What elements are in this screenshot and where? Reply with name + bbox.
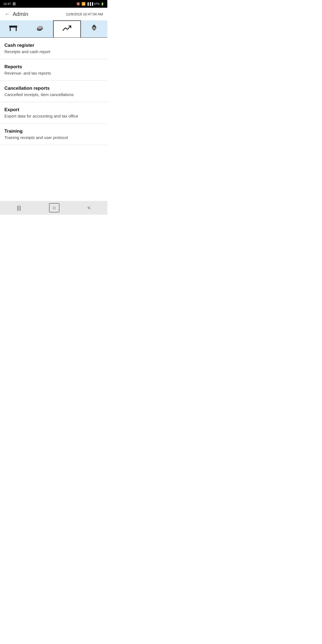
- tab-reports[interactable]: [53, 20, 81, 37]
- signal-icon: ▐▐▐: [87, 2, 93, 6]
- menu-list: Cash registerReceipts and cash reportRep…: [0, 38, 107, 145]
- menu-item-subtitle-cancellation-reports: Cancelled receipts, Item cancellations: [4, 92, 103, 97]
- status-bar: 10:47 🖼 🔇 📶 ▐▐▐ 67% 🔋: [0, 0, 107, 8]
- header-left: ← Admin: [4, 10, 28, 18]
- menu-item-subtitle-training: Training receipts and user protocol: [4, 135, 103, 140]
- menu-item-title-training: Training: [4, 129, 103, 134]
- menu-item-subtitle-cash-register: Receipts and cash report: [4, 49, 103, 54]
- bottom-nav: ||| ○ <: [0, 201, 107, 215]
- menu-item-export[interactable]: ExportExport data for accounting and tax…: [0, 102, 107, 124]
- menu-item-title-export: Export: [4, 107, 103, 113]
- svg-rect-2: [16, 28, 17, 31]
- back-button[interactable]: ←: [4, 10, 10, 18]
- tab-settings[interactable]: [81, 20, 108, 37]
- menu-item-reports[interactable]: ReportsRevenue- and tax reports: [0, 59, 107, 81]
- header-datetime: 12/9/2019 10:47:04 AM: [66, 12, 103, 16]
- svg-rect-3: [9, 26, 17, 26]
- menu-item-subtitle-export: Export data for accounting and tax offic…: [4, 114, 103, 118]
- status-image-icon: 🖼: [13, 2, 16, 6]
- wifi-icon: 📶: [81, 2, 86, 6]
- svg-point-11: [38, 26, 43, 28]
- nav-back-button[interactable]: <: [82, 203, 96, 213]
- svg-point-15: [94, 27, 95, 29]
- tab-bar: [0, 20, 107, 38]
- nav-menu-button[interactable]: |||: [11, 203, 27, 213]
- header: ← Admin 12/9/2019 10:47:04 AM: [0, 8, 107, 20]
- status-time: 10:47: [3, 2, 11, 6]
- menu-item-title-reports: Reports: [4, 64, 103, 70]
- battery-level: 67%: [94, 2, 100, 6]
- status-bar-right: 🔇 📶 ▐▐▐ 67% 🔋: [76, 2, 104, 6]
- nav-home-button[interactable]: ○: [49, 203, 59, 212]
- menu-item-cash-register[interactable]: Cash registerReceipts and cash report: [0, 38, 107, 59]
- store-icon: [8, 23, 18, 35]
- battery-icon: 🔋: [101, 2, 104, 6]
- tab-cash[interactable]: [27, 20, 53, 37]
- svg-rect-1: [10, 28, 11, 31]
- menu-item-title-cancellation-reports: Cancellation reports: [4, 86, 103, 91]
- mute-icon: 🔇: [76, 2, 80, 6]
- menu-item-training[interactable]: TrainingTraining receipts and user proto…: [0, 124, 107, 145]
- menu-item-subtitle-reports: Revenue- and tax reports: [4, 71, 103, 75]
- cash-icon: [35, 23, 45, 35]
- menu-item-cancellation-reports[interactable]: Cancellation reportsCancelled receipts, …: [0, 81, 107, 102]
- status-bar-left: 10:47 🖼: [3, 2, 16, 6]
- header-title: Admin: [13, 11, 28, 17]
- menu-item-title-cash-register: Cash register: [4, 43, 103, 48]
- settings-icon: [89, 23, 99, 35]
- tab-store[interactable]: [0, 20, 27, 37]
- reports-icon: [62, 23, 72, 35]
